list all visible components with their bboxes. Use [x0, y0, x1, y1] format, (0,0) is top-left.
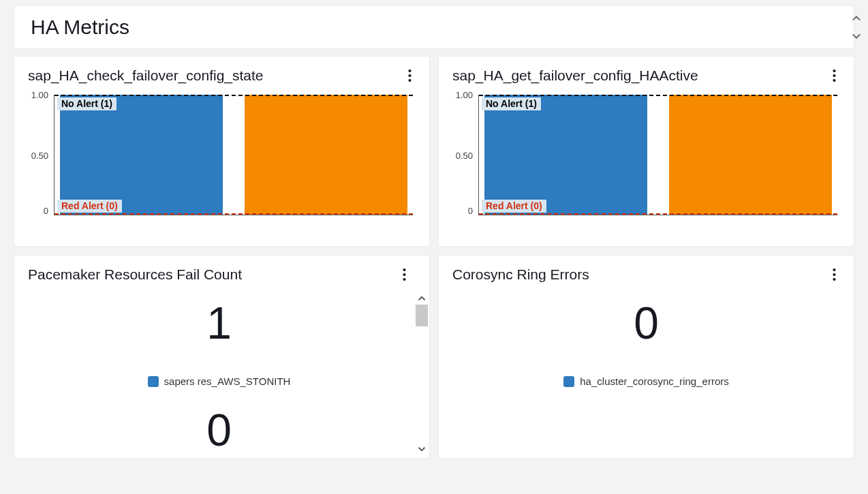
panel-title: Corosync Ring Errors: [452, 266, 589, 283]
panel-menu-button[interactable]: [398, 266, 410, 283]
bar-chart: 0 0.50 1.00 No Alert (1) Red Alert (0): [54, 95, 413, 228]
svg-point-4: [833, 74, 835, 77]
panel-title: sap_HA_get_failover_config_HAActive: [452, 67, 698, 84]
section-title: HA Metrics: [31, 16, 837, 39]
panel-menu-button[interactable]: [828, 67, 840, 84]
svg-point-8: [403, 278, 405, 281]
chart-bar: [245, 95, 407, 215]
svg-point-1: [408, 74, 411, 77]
scroll-up-icon[interactable]: [416, 292, 428, 305]
svg-point-2: [408, 79, 411, 82]
section-header: HA Metrics: [14, 5, 854, 49]
svg-point-3: [833, 70, 835, 72]
y-tick: 0: [468, 206, 473, 216]
panel-menu-button[interactable]: [403, 67, 416, 84]
metric-panel-corosync-ring-errors: Corosync Ring Errors 0 ha_cluster_corosy…: [438, 255, 854, 459]
metric-panel-pacemaker-fail-count: Pacemaker Resources Fail Count 1 sapers …: [14, 255, 430, 459]
svg-point-5: [833, 79, 835, 82]
panel-menu-button[interactable]: [828, 266, 840, 283]
svg-point-11: [833, 278, 835, 281]
threshold-label-low: Red Alert (0): [57, 200, 122, 213]
legend-label: ha_cluster_corosync_ring_errors: [580, 375, 728, 387]
metric-value: 1: [206, 300, 232, 345]
metric-value: 0: [634, 300, 659, 345]
scrollbar-track[interactable]: [416, 305, 428, 443]
panel-scrollbar[interactable]: [416, 292, 428, 455]
y-tick: 1.00: [456, 90, 473, 100]
svg-point-6: [403, 268, 405, 271]
legend-swatch: [148, 376, 159, 387]
scroll-down-icon[interactable]: [416, 443, 428, 455]
scroll-down-button[interactable]: [850, 29, 863, 43]
y-tick: 0: [44, 206, 48, 216]
threshold-label-high: No Alert (1): [57, 97, 117, 110]
legend-swatch: [563, 376, 574, 387]
legend-label: sapers res_AWS_STONITH: [164, 375, 291, 387]
chart-bar: [669, 95, 832, 215]
y-tick: 1.00: [31, 90, 48, 100]
legend-row: ha_cluster_corosync_ring_errors: [563, 375, 728, 387]
metric-panel-failover-config-state: sap_HA_check_failover_config_state 0 0.5…: [14, 56, 430, 247]
y-tick: 0.50: [456, 150, 473, 160]
legend-row: sapers res_AWS_STONITH: [148, 375, 291, 387]
svg-point-7: [403, 273, 405, 276]
panel-title: Pacemaker Resources Fail Count: [28, 266, 242, 283]
svg-point-0: [408, 70, 411, 72]
svg-point-9: [833, 268, 835, 271]
scrollbar-thumb[interactable]: [416, 305, 428, 326]
chart-bar: [484, 95, 647, 215]
metric-value: 0: [206, 407, 232, 452]
bar-chart: 0 0.50 1.00 No Alert (1) Red Alert (0): [478, 95, 837, 228]
chart-bar: [60, 95, 223, 215]
svg-point-10: [833, 273, 835, 276]
metric-panel-failover-ha-active: sap_HA_get_failover_config_HAActive 0 0.…: [438, 56, 854, 247]
scroll-up-button[interactable]: [850, 12, 863, 25]
panel-title: sap_HA_check_failover_config_state: [28, 67, 264, 84]
y-tick: 0.50: [31, 150, 48, 160]
threshold-label-low: Red Alert (0): [482, 200, 546, 213]
threshold-label-high: No Alert (1): [482, 97, 541, 110]
